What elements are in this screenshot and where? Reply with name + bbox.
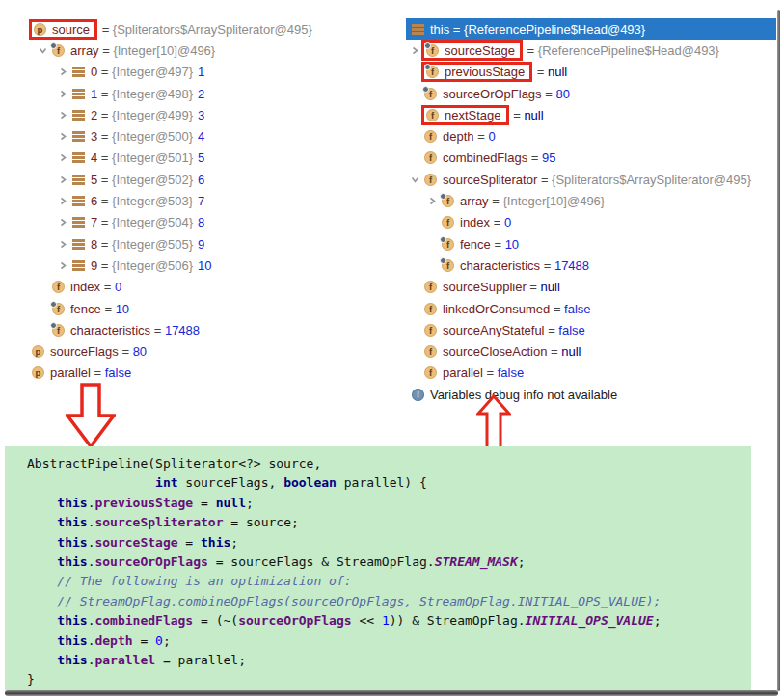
code-token — [27, 535, 57, 550]
tree-row[interactable]: farray = {Integer[10]@496} — [14, 40, 395, 61]
chevron-toggle[interactable] — [34, 46, 52, 55]
variable-value: null — [524, 108, 543, 122]
chevron-down-icon[interactable] — [411, 175, 419, 184]
tree-row[interactable]: 9 = {Integer@506}10 — [14, 255, 395, 276]
variable-name: characteristics — [460, 258, 540, 273]
chevron-right-icon[interactable] — [59, 240, 68, 249]
variable-value: 10 — [505, 237, 519, 252]
tree-row[interactable]: fsourceOrOpFlags = 80 — [406, 83, 776, 104]
tree-row[interactable]: pparallel = false — [14, 363, 395, 384]
chevron-right-icon[interactable] — [428, 197, 437, 205]
field-icon: f — [424, 345, 437, 358]
frame-shadow-bottom — [5, 690, 778, 696]
tree-row[interactable]: ffence = 10 — [406, 233, 776, 255]
chevron-right-icon[interactable] — [411, 46, 419, 55]
annotation-highlight-box: psource — [29, 19, 97, 40]
variable-name: array — [460, 194, 489, 208]
variable-name: characteristics — [70, 323, 150, 337]
tree-row[interactable]: fnextStage = null — [406, 104, 776, 125]
chevron-right-icon[interactable] — [59, 218, 68, 227]
tree-row[interactable]: 1 = {Integer@498}2 — [14, 83, 395, 104]
tree-row[interactable]: fsourceStage = {ReferencePipeline$Head@4… — [406, 40, 776, 61]
tree-row[interactable]: psourceFlags = 80 — [14, 340, 395, 362]
code-token: this — [57, 515, 87, 529]
tree-row[interactable]: fdepth = 0 — [406, 125, 776, 147]
chevron-right-icon[interactable] — [59, 261, 68, 270]
tree-row[interactable]: fcharacteristics = 17488 — [406, 255, 776, 276]
code-token: previousStage — [94, 496, 193, 510]
primitive-preview: 6 — [198, 173, 204, 187]
variable-name: 5 — [91, 173, 97, 187]
tree-row[interactable]: fcharacteristics = 17488 — [14, 319, 395, 340]
tree-row[interactable]: fsourceAnyStateful = false — [406, 319, 776, 340]
tree-row[interactable]: farray = {Integer[10]@496} — [406, 190, 776, 211]
variable-name: parallel — [50, 365, 91, 380]
chevron-toggle[interactable] — [54, 90, 72, 98]
chevron-toggle[interactable] — [54, 132, 72, 141]
chevron-toggle[interactable] — [54, 218, 72, 227]
variable-name: sourceAnyStateful — [443, 323, 545, 337]
tree-row[interactable]: 2 = {Integer@499}3 — [14, 104, 395, 125]
variable-value: {Spliterators$ArraySpliterator@495} — [113, 22, 312, 37]
equals-sign: = — [101, 302, 116, 316]
chevron-toggle[interactable] — [54, 261, 72, 270]
chevron-toggle[interactable] — [54, 240, 72, 249]
tree-row[interactable]: psource = {Spliterators$ArraySpliterator… — [14, 18, 395, 40]
tree-row[interactable]: fparallel = false — [406, 363, 776, 384]
tree-row[interactable]: 4 = {Integer@501}5 — [14, 148, 395, 169]
tree-row[interactable]: fpreviousStage = null — [406, 62, 776, 83]
chevron-toggle[interactable] — [54, 153, 72, 162]
variable-value: {ReferencePipeline$Head@493} — [464, 22, 645, 37]
tree-row[interactable]: fsourceCloseAction = null — [406, 340, 776, 362]
variable-name: previousStage — [445, 65, 525, 79]
chevron-toggle[interactable] — [423, 197, 442, 205]
equals-sign: = — [474, 129, 489, 144]
variable-value: false — [564, 302, 590, 316]
code-token: sourceOrOpFlags — [94, 554, 207, 569]
chevron-right-icon[interactable] — [59, 67, 68, 76]
chevron-down-icon[interactable] — [39, 46, 47, 55]
code-token: = — [133, 633, 155, 648]
tree-row[interactable]: fsourceSupplier = null — [406, 277, 776, 298]
red-arrow-down-icon — [66, 383, 116, 448]
tree-row[interactable]: fsourceSpliterator = {Spliterators$Array… — [406, 169, 776, 190]
status-row[interactable]: !Variables debug info not available — [406, 384, 776, 405]
code-token: = parallel; — [155, 653, 246, 667]
chevron-toggle[interactable] — [406, 175, 424, 184]
tree-row[interactable]: this = {ReferencePipeline$Head@493} — [406, 18, 776, 40]
chevron-right-icon[interactable] — [59, 153, 68, 162]
tree-row[interactable]: findex = 0 — [406, 212, 776, 233]
variable-value: 95 — [542, 150, 555, 165]
variable-value: {Integer[10]@496} — [113, 43, 215, 58]
code-line: this.combinedFlags = (~(sourceOrOpFlags … — [27, 611, 751, 631]
tree-row[interactable]: flinkedOrConsumed = false — [406, 298, 776, 319]
tree-row[interactable]: 6 = {Integer@503}7 — [14, 190, 395, 211]
tree-row[interactable]: fcombinedFlags = 95 — [406, 148, 776, 169]
tree-row[interactable]: findex = 0 — [14, 277, 395, 298]
frame-shadow-right — [777, 10, 780, 691]
chevron-toggle[interactable] — [54, 111, 72, 120]
chevron-right-icon[interactable] — [59, 197, 68, 205]
chevron-toggle[interactable] — [54, 67, 72, 76]
variable-name: 9 — [91, 258, 97, 273]
tree-row[interactable]: 5 = {Integer@502}6 — [14, 169, 395, 190]
chevron-right-icon[interactable] — [59, 132, 68, 141]
tree-row[interactable]: 3 = {Integer@500}4 — [14, 125, 395, 147]
screenshot-frame: psource = {Spliterators$ArraySpliterator… — [0, 0, 783, 700]
chevron-toggle[interactable] — [54, 175, 72, 184]
chevron-right-icon[interactable] — [59, 90, 68, 98]
tree-row[interactable]: 0 = {Integer@497}1 — [14, 62, 395, 83]
variable-name: sourceOrOpFlags — [443, 87, 542, 101]
variable-value: {Integer@501} — [112, 150, 193, 165]
chevron-right-icon[interactable] — [59, 175, 68, 184]
code-token: combinedFlags — [94, 613, 193, 628]
chevron-right-icon[interactable] — [59, 111, 68, 120]
equals-sign: = — [97, 108, 112, 122]
tree-row[interactable]: ffence = 10 — [14, 298, 395, 319]
equals-sign: = — [97, 215, 112, 229]
tree-row[interactable]: 7 = {Integer@504}8 — [14, 212, 395, 233]
tree-row[interactable]: 8 = {Integer@505}9 — [14, 233, 395, 255]
code-token: )) & StreamOpFlag. — [390, 613, 526, 628]
chevron-toggle[interactable] — [54, 197, 72, 205]
field-icon: f — [52, 303, 65, 315]
